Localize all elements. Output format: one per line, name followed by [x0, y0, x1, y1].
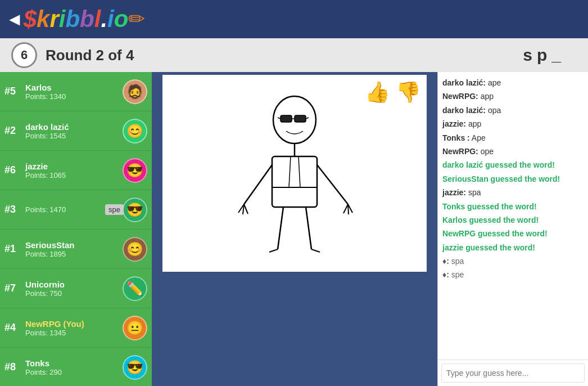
player-rank: #1 [4, 243, 22, 255]
dislike-button[interactable]: 👎 [396, 80, 421, 104]
player-rank: #6 [4, 164, 22, 176]
svg-rect-2 [295, 115, 306, 122]
player-name: darko lazić [25, 122, 123, 132]
round-bar: 6 Round 2 of 4 sp_ [0, 38, 588, 72]
chat-message-text: app [478, 92, 494, 101]
chat-message-text: Ape [470, 133, 486, 142]
pencil-icon: ✏ [128, 7, 145, 31]
chat-sender-name: darko lazić: [442, 106, 486, 115]
svg-line-20 [311, 249, 320, 252]
timer-display: 6 [11, 42, 37, 68]
player-points: Points: 1895 [25, 250, 123, 258]
player-points: Points: 750 [25, 289, 123, 298]
chat-message: Karlos guessed the word! [442, 214, 584, 226]
player-name: SeriousStan [25, 240, 123, 250]
drawing-canvas: 👍 👎 [162, 75, 427, 272]
player-name: Unicornio [25, 280, 123, 289]
chat-self-text: spa [449, 257, 464, 266]
chat-input[interactable] [441, 363, 585, 383]
player-name: jazzie [25, 161, 123, 171]
player-info: SeriousStanPoints: 1895 [22, 240, 123, 258]
player-row: #5KarlosPoints: 1340🧔 [0, 72, 152, 111]
chat-self-name: ♦: [442, 257, 449, 266]
like-button[interactable]: 👍 [365, 80, 390, 104]
svg-line-17 [278, 207, 283, 249]
player-avatar: 😎 [123, 198, 147, 222]
chat-input-area [438, 360, 588, 386]
main-area: #5KarlosPoints: 1340🧔#2darko lazićPoints… [0, 72, 588, 386]
chat-message: SeriousStan guessed the word! [442, 173, 584, 185]
chat-message: ♦: spe [442, 268, 584, 281]
player-rank: #3 [4, 204, 22, 216]
player-info: NewRPG (You)Points: 1345 [22, 319, 123, 337]
player-rank: #5 [4, 86, 22, 97]
chat-area: darko lazić: apeNewRPG: appdarko lazić: … [437, 72, 588, 386]
player-info: TonksPoints: 290 [22, 358, 123, 376]
player-points: Points: 290 [25, 368, 123, 376]
player-rank: #4 [4, 322, 22, 334]
chat-sender-name: Tonks : [442, 133, 470, 142]
player-rank: #7 [4, 282, 22, 294]
stick-figure-drawing [162, 75, 427, 272]
chat-message: darko lazić: ape [442, 77, 584, 89]
logo-arrow-icon: ◄ [6, 9, 24, 30]
player-points: Points: 1065 [25, 171, 123, 179]
chat-message: Tonks : Ape [442, 132, 584, 144]
player-row: #2darko lazićPoints: 1545😊 [0, 111, 152, 151]
svg-line-12 [244, 204, 248, 214]
player-row: #4NewRPG (You)Points: 1345😐 [0, 308, 152, 348]
chat-message: darko lazić guessed the word! [442, 159, 584, 171]
player-row: #1SeriousStanPoints: 1895😊 [0, 230, 152, 269]
chat-message: NewRPG guessed the word! [442, 227, 584, 240]
svg-line-19 [269, 249, 278, 252]
logo-text: $kribbl.io [24, 6, 129, 33]
player-info: UnicornioPoints: 750 [22, 280, 123, 298]
chat-sender-name: jazzie: [442, 188, 466, 197]
chat-messages: darko lazić: apeNewRPG: appdarko lazić: … [438, 72, 588, 360]
player-avatar: 😐 [123, 316, 147, 340]
logo-area: ◄ $kribbl.io ✏ [6, 6, 145, 33]
chat-message: NewRPG: app [442, 90, 584, 102]
chat-message-text: ope [478, 147, 494, 156]
player-points: Points: 1340 [25, 92, 123, 101]
player-avatar: 😎 [123, 355, 147, 380]
player-rank: #8 [4, 361, 22, 373]
chat-message-text: spa [466, 188, 481, 197]
drawing-label: spe [105, 204, 124, 215]
canvas-area: 👍 👎 [152, 72, 437, 386]
player-avatar: 🧔 [123, 79, 147, 104]
chat-sender-name: NewRPG: [442, 147, 478, 156]
player-avatar: 😊 [123, 237, 147, 262]
chat-sender-name: jazzie: [442, 119, 466, 128]
player-points: Points: 1545 [25, 132, 123, 140]
svg-line-9 [244, 165, 272, 204]
chat-message: NewRPG: ope [442, 145, 584, 158]
player-row: #8TonksPoints: 290😎 [0, 348, 152, 386]
chat-message: jazzie: app [442, 118, 584, 130]
players-sidebar: #5KarlosPoints: 1340🧔#2darko lazićPoints… [0, 72, 152, 386]
player-name: NewRPG (You) [25, 319, 123, 329]
word-hint: sp_ [523, 46, 566, 65]
player-avatar: 😊 [123, 119, 147, 143]
chat-message-text: opa [486, 106, 501, 115]
chat-message: darko lazić: opa [442, 104, 584, 116]
player-row: #3Points: 1470spe😎 [0, 190, 152, 230]
player-info: darko lazićPoints: 1545 [22, 122, 123, 140]
svg-line-18 [306, 207, 311, 249]
chat-message-text: app [466, 119, 481, 128]
chat-self-text: spe [449, 270, 464, 279]
player-name: Karlos [25, 83, 123, 92]
svg-line-13 [317, 165, 348, 204]
round-text: Round 2 of 4 [46, 47, 523, 64]
chat-message: Tonks guessed the word! [442, 200, 584, 213]
player-name: Tonks [25, 358, 123, 368]
player-row: #6jazziePoints: 1065😎 [0, 151, 152, 190]
chat-self-name: ♦: [442, 270, 449, 279]
player-points: Points: 1345 [25, 329, 123, 337]
players-list: #5KarlosPoints: 1340🧔#2darko lazićPoints… [0, 72, 152, 386]
player-row: #7UnicornioPoints: 750✏️ [0, 269, 152, 308]
player-avatar: ✏️ [123, 276, 147, 301]
svg-rect-7 [272, 156, 317, 207]
chat-sender-name: NewRPG: [442, 92, 478, 101]
player-rank: #2 [4, 125, 22, 137]
